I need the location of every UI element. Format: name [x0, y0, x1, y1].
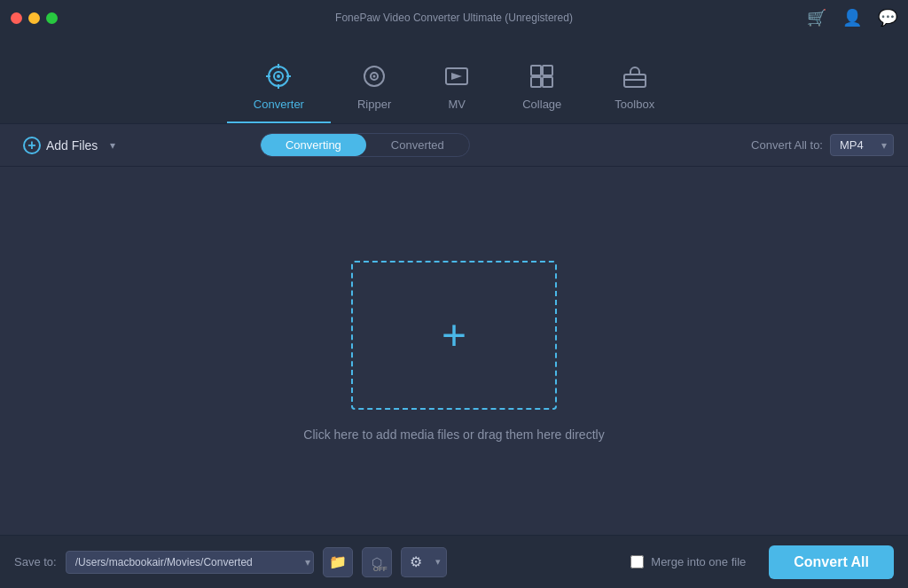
folder-icon: 📁 — [329, 553, 347, 570]
bottom-bar: Save to: ▾ 📁 ⬡ OFF ⚙ ▾ Merge into one fi… — [0, 535, 908, 588]
open-folder-button[interactable]: 📁 — [323, 547, 353, 577]
tab-converting[interactable]: Converting — [261, 134, 366, 156]
svg-rect-13 — [531, 77, 541, 87]
format-selector[interactable]: MP4 MOV AVI MKV WMV — [830, 134, 894, 156]
maximize-button[interactable] — [46, 12, 58, 24]
save-path-wrap: ▾ — [66, 551, 314, 574]
svg-point-9 — [373, 75, 376, 78]
title-bar-actions: 🛒 👤 💬 — [807, 8, 897, 27]
convert-all-label: Convert All to: — [751, 138, 823, 152]
save-path-input[interactable] — [66, 551, 314, 574]
drop-hint-text: Click here to add media files or drag th… — [303, 427, 604, 442]
nav-label-toolbox: Toolbox — [614, 98, 654, 111]
collage-icon — [529, 64, 554, 92]
chevron-down-icon: ▾ — [435, 556, 441, 568]
nav-label-collage: Collage — [522, 98, 561, 111]
nav-label-converter: Converter — [254, 98, 304, 111]
svg-rect-11 — [531, 66, 541, 75]
nav-bar: Converter Ripper MV — [0, 35, 908, 124]
convert-all-button[interactable]: Convert All — [769, 545, 894, 579]
save-path-dropdown-button[interactable]: ▾ — [305, 556, 310, 568]
svg-rect-14 — [543, 77, 552, 87]
svg-rect-12 — [543, 66, 552, 75]
merge-label: Merge into one file — [651, 555, 746, 568]
converter-icon — [266, 64, 291, 92]
user-icon[interactable]: 👤 — [842, 8, 862, 27]
chat-icon[interactable]: 💬 — [878, 8, 897, 27]
drop-zone-plus-icon: + — [442, 314, 466, 357]
nav-item-collage[interactable]: Collage — [496, 55, 588, 123]
minimize-button[interactable] — [28, 12, 40, 24]
add-files-dropdown-button[interactable]: ▾ — [106, 134, 119, 157]
close-button[interactable] — [11, 12, 22, 24]
save-to-label: Save to: — [14, 555, 57, 568]
drop-zone[interactable]: + — [351, 261, 557, 410]
traffic-lights — [11, 12, 58, 24]
toolbox-icon — [622, 64, 647, 92]
nav-item-toolbox[interactable]: Toolbox — [588, 55, 681, 123]
tab-converted[interactable]: Converted — [366, 134, 469, 156]
settings-gear-icon: ⚙ — [410, 553, 422, 570]
nav-item-mv[interactable]: MV — [418, 55, 496, 123]
toolbar: + Add Files ▾ Converting Converted Conve… — [0, 124, 908, 167]
nav-item-converter[interactable]: Converter — [227, 55, 331, 123]
settings-button[interactable]: ⚙ — [401, 547, 431, 577]
add-files-button[interactable]: + Add Files — [14, 131, 106, 160]
hardware-accel-button[interactable]: ⬡ OFF — [362, 547, 392, 577]
main-content: + Click here to add media files or drag … — [0, 167, 908, 535]
mv-icon — [444, 64, 469, 92]
ripper-icon — [362, 64, 387, 92]
merge-wrap: Merge into one file — [630, 555, 746, 568]
nav-label-mv: MV — [448, 98, 466, 111]
nav-label-ripper: Ripper — [357, 98, 391, 111]
format-select-input[interactable]: MP4 MOV AVI MKV WMV — [830, 134, 894, 156]
converting-tabs: Converting Converted — [260, 133, 470, 157]
app-title: FonePaw Video Converter Ultimate (Unregi… — [335, 12, 573, 24]
add-files-label: Add Files — [46, 138, 98, 153]
add-files-plus-icon: + — [23, 137, 41, 154]
merge-checkbox[interactable] — [630, 555, 644, 568]
title-bar: FonePaw Video Converter Ultimate (Unregi… — [0, 0, 908, 35]
settings-chevron-button[interactable]: ▾ — [431, 547, 447, 577]
svg-point-2 — [277, 74, 280, 78]
settings-group: ⚙ ▾ — [401, 547, 447, 577]
nav-item-ripper[interactable]: Ripper — [331, 55, 418, 123]
cart-icon[interactable]: 🛒 — [807, 8, 826, 27]
